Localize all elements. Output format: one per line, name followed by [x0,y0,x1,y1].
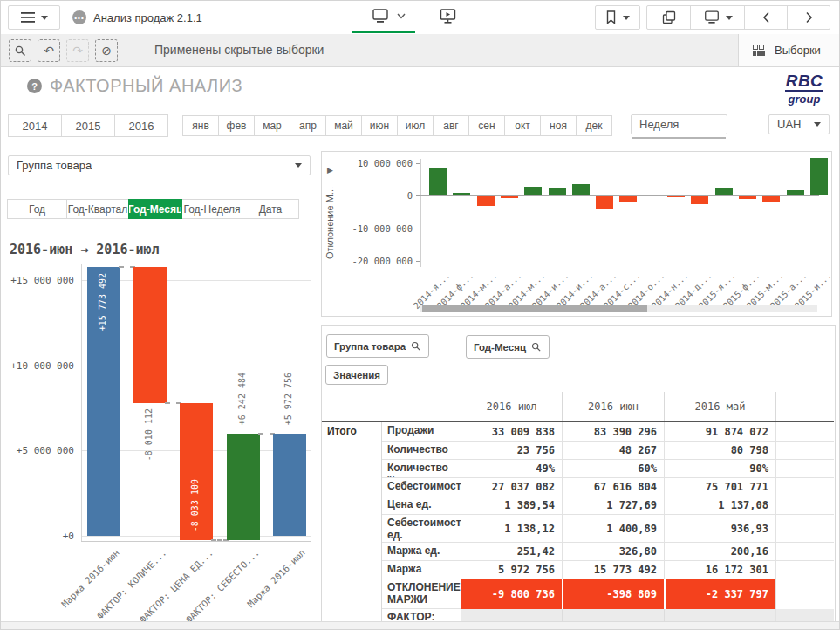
deviation-bar[interactable] [644,195,661,195]
pivot-row-label[interactable]: Количество % [382,460,461,478]
y-tick-label: +15 000 000 [8,275,74,286]
year-button[interactable]: 2014 [8,114,62,137]
main-menu-button[interactable] [8,5,60,30]
deviation-bar[interactable] [739,196,756,199]
selections-toolbar: ↶ ↷ ⊘ Применены скрытые выборки Выборки [1,34,840,67]
month-button[interactable]: фев [218,115,255,136]
deviation-bar[interactable] [572,184,590,195]
period-tab-1[interactable]: Год [7,199,67,219]
bar-value-label: -8 033 109 [190,479,202,531]
deviation-bar[interactable] [501,196,518,198]
deviation-bar[interactable] [429,168,447,195]
hamburger-icon [21,12,35,23]
prev-sheet-button[interactable] [744,6,787,29]
month-button[interactable]: июл [397,115,434,136]
year-button[interactable]: 2015 [61,114,115,137]
bar-value-label: +5 972 756 [283,373,296,425]
pivot-row-label[interactable]: Маржа ед. [382,543,461,561]
month-button[interactable]: янв [182,115,219,136]
deviation-bar[interactable] [453,193,470,195]
duplicate-icon [662,10,676,24]
deviation-bar[interactable] [787,190,804,195]
help-icon[interactable]: ? [27,79,42,93]
pivot-value-cell: 1 389,54 [461,496,562,515]
waterfall-bar[interactable] [227,434,260,540]
deviation-bar[interactable] [667,196,685,197]
bookmarks-button[interactable] [595,5,640,30]
month-button[interactable]: сен [468,115,505,136]
sheet-nav-button[interactable] [371,9,406,24]
selections-back-button[interactable]: ↶ [38,39,60,62]
deviation-bar[interactable] [762,196,780,202]
pivot-row-label[interactable]: ФАКТОР: [382,609,461,622]
pivot-coldim-button-label: Год-Месяц [474,342,526,353]
pivot-value-cell-empty [775,515,834,543]
presentation-button[interactable] [440,9,456,28]
clear-selections-button[interactable]: ⊘ [95,39,118,62]
pivot-row-label[interactable]: ОТКЛОНЕНИЕ МАРЖИ [382,579,461,609]
sheet-icon [703,10,720,24]
deviation-bar[interactable] [596,196,613,209]
deviation-chart: ▶Отклонение М...10 000 0000-10 000 000-2… [321,151,832,317]
app-window: ••• Анализ продаж 2.1.1 [0,0,840,630]
month-button[interactable]: апр [290,115,326,136]
pivot-value-cell: -2 337 797 [664,579,775,609]
pivot-value-cell-empty [775,609,834,622]
pivot-column-header[interactable]: 2016-июн [562,392,664,421]
period-tab-3[interactable]: Год-Месяц [128,199,182,219]
pivot-row-label[interactable]: Количество [382,442,461,460]
week-listbox[interactable]: Неделя [631,114,727,134]
deviation-bar[interactable] [810,158,828,196]
search-icon [15,45,26,57]
pivot-row-label[interactable]: Себестоимость ед. [382,515,461,543]
waterfall-bar[interactable] [133,267,167,404]
deviation-bar[interactable] [715,188,733,195]
month-button[interactable]: авг [433,115,469,136]
pivot-dim-button[interactable]: Группа товара [326,334,429,358]
next-sheet-button[interactable] [787,6,830,29]
rbc-group-logo: RBC group [779,72,830,105]
deviation-bar[interactable] [691,196,708,204]
pivot-values-button[interactable]: Значения [325,365,388,385]
pivot-row-label[interactable]: Маржа [382,561,461,579]
deviation-bar[interactable] [619,196,637,202]
pivot-column-header[interactable]: 2016-июл [461,392,562,421]
sheet-list-button[interactable] [690,6,744,29]
year-filter: 201420152016 [8,114,168,137]
pivot-value-cell: 60% [562,460,664,478]
currency-dropdown[interactable]: UAH [768,114,830,134]
deviation-bar[interactable] [477,196,495,206]
selections-search-button[interactable] [9,39,31,62]
pivot-row-label[interactable]: Себестоимость [382,478,461,496]
pivot-column-header[interactable]: 2016-май [664,392,775,421]
selections-panel-button[interactable]: Выборки [738,34,840,66]
app-icon[interactable]: ••• [72,10,86,24]
deviation-bar[interactable] [549,188,566,195]
selections-forward-button[interactable]: ↷ [66,39,89,62]
month-button[interactable]: июн [361,115,398,136]
year-button[interactable]: 2016 [114,114,168,137]
pivot-value-cell: 16 172 301 [664,561,775,579]
dimension-dropdown[interactable]: Группа товара [8,155,311,175]
pivot-row-label[interactable]: Цена ед. [382,496,461,515]
pivot-value-cell: 23 756 [461,442,562,460]
pivot-header-divider [461,326,461,392]
duplicate-sheet-button[interactable] [647,6,690,29]
month-button[interactable]: окт [504,115,541,136]
pivot-total-cell[interactable]: Итого [322,422,382,621]
period-tab-5[interactable]: Дата [242,199,299,219]
month-button[interactable]: мар [254,115,290,136]
pivot-coldim-button[interactable]: Год-Месяц [466,335,550,359]
pivot-value-cell: 1 727,69 [562,496,664,515]
h-scrollbar-thumb[interactable] [422,305,647,312]
week-listbox-scrollbar[interactable] [632,137,726,139]
month-button[interactable]: ноя [540,115,577,136]
period-tab-4[interactable]: Год-Неделя [181,199,242,219]
deviation-bar[interactable] [524,187,542,195]
pivot-value-cell: 200,16 [664,543,775,561]
month-button[interactable]: май [325,115,362,136]
period-tab-2[interactable]: Год-Квартал [66,199,129,219]
pivot-row-label[interactable]: Продажи [382,422,461,442]
month-button[interactable]: дек [576,115,612,136]
waterfall-bar[interactable] [273,434,306,536]
